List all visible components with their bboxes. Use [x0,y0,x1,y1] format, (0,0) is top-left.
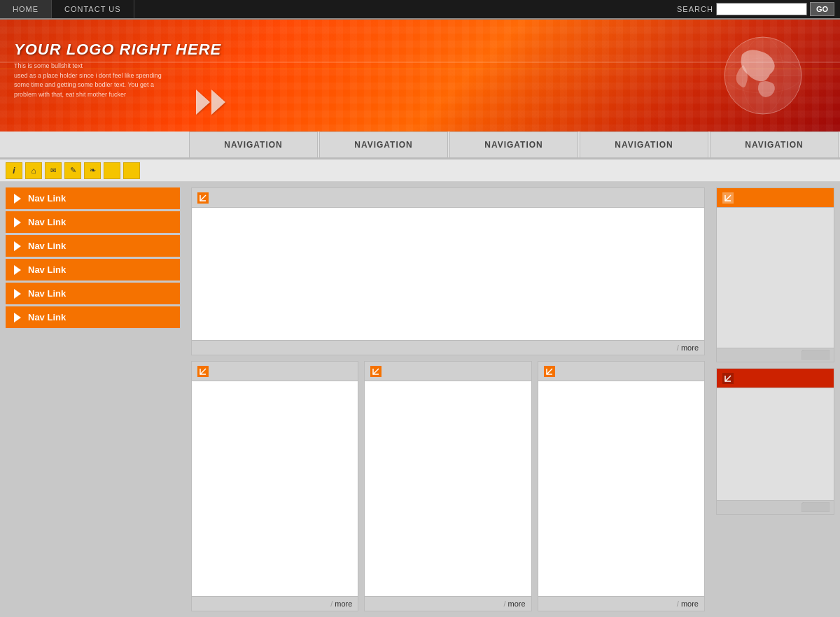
yellow-square1[interactable] [104,162,120,179]
top-panel-footer: more [192,340,704,355]
main-top-panel: more [191,187,705,355]
bookmark-icon[interactable]: ❧ [84,162,101,179]
search-input[interactable] [716,3,807,15]
arrow2 [211,90,225,115]
nav-arrow-icon-6 [14,313,21,322]
logo-subtitle: This is some bullshit text used as a pla… [14,62,196,99]
bottom-panel-2: more [364,361,531,611]
arrow1 [196,90,210,115]
nav-arrow-icon-2 [14,218,21,227]
right-panel-1-header [717,188,834,208]
right-panel-2-body [717,388,834,500]
sidebar-nav-link-1[interactable]: Nav Link [6,187,180,209]
right-panel-1-footer [717,348,834,362]
edit-icon[interactable]: ✎ [64,162,81,179]
bottom-panel-2-icon [370,366,382,377]
bottom-panel-3-body [538,381,704,596]
search-bar: SEARCH GO [677,2,840,16]
top-bar: HOME CONTACT US SEARCH GO [0,0,840,20]
bottom-panel-2-header [365,362,531,381]
bottom-panel-1: more [191,361,358,611]
logo-title: YOUR LOGO RIGHT HERE [14,41,221,59]
right-panel-2 [716,368,834,515]
tab-nav-3[interactable]: NAVIGATION [449,132,578,157]
bottom-panel-3: more [538,361,705,611]
right-panel-2-header [717,369,834,388]
sidebar-nav-link-5[interactable]: Nav Link [6,283,180,304]
search-label: SEARCH [677,5,713,13]
home-icon[interactable]: ⌂ [25,162,42,179]
tab-nav-2[interactable]: NAVIGATION [319,132,448,157]
top-panel-icon [197,192,209,204]
bottom-panel-1-icon [197,366,209,377]
right-panel-1 [716,187,834,362]
center-content: more more [186,182,710,617]
left-sidebar: Nav Link Nav Link Nav Link Nav Link Nav … [0,182,186,617]
right-panel-2-tab [802,502,830,512]
right-panel-2-footer [717,500,834,514]
sidebar-nav-link-3[interactable]: Nav Link [6,235,180,257]
header-banner: YOUR LOGO RIGHT HERE This is some bullsh… [0,20,840,132]
top-panel-more-link[interactable]: more [677,343,699,352]
bottom-panel-3-more[interactable]: more [677,600,699,608]
right-panel-1-icon [722,192,734,204]
nav-tabs-bar: NAVIGATION NAVIGATION NAVIGATION NAVIGAT… [0,132,840,159]
main-layout: Nav Link Nav Link Nav Link Nav Link Nav … [0,182,840,617]
nav-arrow-icon-1 [14,194,21,204]
go-button[interactable]: GO [810,2,834,16]
right-panel-2-icon [722,373,734,384]
right-sidebar [710,182,840,617]
bottom-panel-3-header [538,362,704,381]
nav-home[interactable]: HOME [0,0,52,18]
bottom-panel-2-body [365,381,531,596]
info-icon[interactable]: i [6,162,22,179]
tab-nav-1[interactable]: NAVIGATION [189,132,318,157]
top-panel-body [192,208,704,340]
bottom-panel-1-body [192,381,358,596]
nav-arrow-icon-5 [14,289,21,299]
right-panel-1-tab [802,350,830,360]
sidebar-nav-link-2[interactable]: Nav Link [6,211,180,233]
yellow-square2[interactable] [123,162,140,179]
tab-nav-4[interactable]: NAVIGATION [580,132,708,157]
bottom-panel-1-header [192,362,358,381]
logo-area: YOUR LOGO RIGHT HERE This is some bullsh… [14,41,221,99]
bottom-panels: more more [191,361,705,611]
bottom-panel-1-more[interactable]: more [330,600,352,608]
right-panel-1-body [717,208,834,348]
bottom-panel-3-footer: more [538,596,704,611]
sidebar-nav-link-6[interactable]: Nav Link [6,306,180,328]
bottom-panel-2-footer: more [365,596,531,611]
icon-bar: i ⌂ ✉ ✎ ❧ [0,159,840,182]
nav-arrow-icon-3 [14,241,21,251]
nav-contact-us[interactable]: CONTACT US [52,0,134,18]
bottom-panel-3-icon [544,366,555,377]
globe-icon [693,27,805,125]
tab-nav-5[interactable]: NAVIGATION [710,132,839,157]
header-arrows [196,90,225,115]
sidebar-nav-link-4[interactable]: Nav Link [6,259,180,281]
bottom-panel-2-more[interactable]: more [503,600,525,608]
nav-arrow-icon-4 [14,265,21,275]
email-icon[interactable]: ✉ [45,162,62,179]
top-panel-header [192,188,704,208]
bottom-panel-1-footer: more [192,596,358,611]
